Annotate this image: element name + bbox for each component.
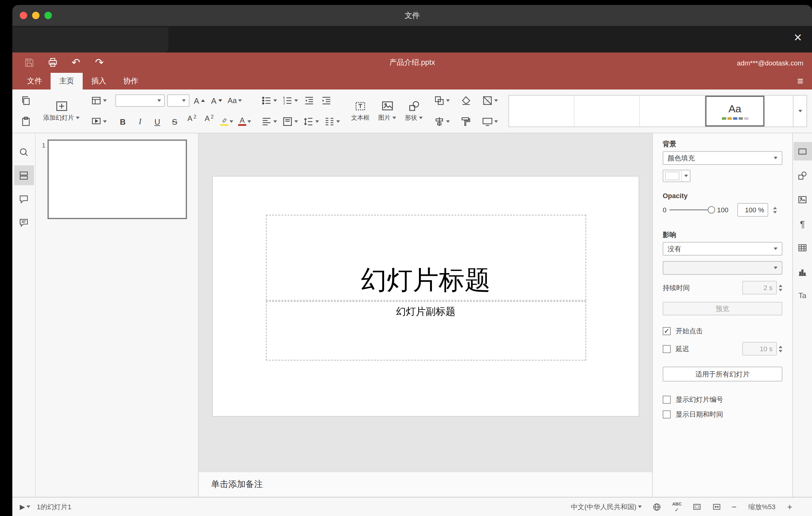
- paragraph-settings-icon[interactable]: ¶: [793, 214, 812, 233]
- text-art-settings-icon[interactable]: Ta: [793, 286, 812, 305]
- background-color-picker[interactable]: [663, 170, 691, 182]
- theme-gallery-expand-button[interactable]: [793, 95, 807, 127]
- increase-font-size-button[interactable]: A: [192, 93, 207, 108]
- paste-icon[interactable]: [19, 114, 33, 129]
- tab-insert[interactable]: 插入: [83, 73, 115, 89]
- slide-settings-icon[interactable]: [793, 142, 812, 161]
- subscript-button[interactable]: A2: [202, 114, 216, 129]
- duration-spinner[interactable]: [779, 284, 782, 291]
- duration-field[interactable]: 2 s: [742, 281, 777, 294]
- show-date-time-checkbox[interactable]: [663, 410, 671, 419]
- check-icon: ✓: [664, 328, 669, 335]
- line-spacing-button[interactable]: [302, 114, 320, 129]
- color-scheme-button[interactable]: [481, 93, 499, 108]
- delay-checkbox-row[interactable]: 延迟: [663, 344, 689, 353]
- clear-style-button[interactable]: [459, 93, 473, 108]
- chevron-down-icon: [238, 99, 241, 102]
- start-slideshow-button[interactable]: [89, 114, 108, 129]
- chart-settings-icon[interactable]: [793, 262, 812, 281]
- search-icon[interactable]: [14, 142, 34, 162]
- insert-image-button[interactable]: 图片: [376, 100, 399, 122]
- copy-icon[interactable]: [19, 93, 33, 108]
- effect-type-dropdown[interactable]: [663, 261, 782, 275]
- slide-thumbnail-selected[interactable]: [48, 140, 187, 219]
- highlight-color-button[interactable]: [219, 114, 234, 129]
- align-objects-button[interactable]: [433, 114, 451, 129]
- zoom-out-icon[interactable]: −: [730, 502, 738, 512]
- show-slide-number-checkbox[interactable]: [663, 396, 671, 404]
- opacity-spinner[interactable]: [774, 206, 777, 213]
- document-language-icon[interactable]: [651, 502, 663, 511]
- color-swatch: [665, 172, 679, 180]
- comments-icon[interactable]: [14, 189, 34, 209]
- decrease-indent-button[interactable]: [302, 93, 317, 108]
- feedback-icon[interactable]: [14, 212, 34, 232]
- slides-panel-icon[interactable]: [14, 165, 34, 185]
- insert-shape-button[interactable]: 形状: [402, 100, 425, 122]
- show-slide-number-row[interactable]: 显示幻灯片编号: [663, 395, 782, 404]
- horizontal-align-button[interactable]: [260, 114, 278, 129]
- opacity-slider[interactable]: [669, 206, 714, 213]
- delay-spinner[interactable]: [779, 345, 782, 352]
- arrange-objects-button[interactable]: [433, 93, 451, 108]
- tab-home[interactable]: 主页: [51, 73, 83, 89]
- notes-area[interactable]: 单击添加备注: [199, 471, 652, 497]
- font-name-combo[interactable]: [115, 94, 165, 107]
- vertical-align-button[interactable]: [281, 114, 299, 129]
- slide-size-button[interactable]: [481, 114, 499, 129]
- main-region: 1 幻灯片标题 幻灯片副标题 单击添加备注: [12, 133, 812, 497]
- bullet-list-button[interactable]: [260, 93, 278, 108]
- columns-button[interactable]: [323, 114, 341, 129]
- insert-textbox-button[interactable]: 文本框: [349, 100, 372, 122]
- theme-option[interactable]: [509, 96, 575, 126]
- language-selector[interactable]: 中文(中华人民共和国): [570, 502, 643, 511]
- redo-icon[interactable]: ↷: [92, 56, 106, 69]
- theme-option[interactable]: [640, 96, 705, 126]
- image-settings-icon[interactable]: [793, 190, 812, 209]
- change-case-button[interactable]: Aa: [227, 93, 243, 108]
- opacity-value-field[interactable]: 100 %: [738, 203, 768, 217]
- fit-slide-icon[interactable]: [691, 502, 702, 511]
- theme-option[interactable]: [764, 96, 793, 126]
- close-icon[interactable]: ×: [788, 28, 807, 47]
- theme-option[interactable]: [575, 96, 640, 126]
- italic-button[interactable]: I: [133, 114, 147, 129]
- save-icon[interactable]: [22, 56, 36, 69]
- start-on-click-row[interactable]: ✓ 开始点击: [663, 326, 782, 336]
- font-size-combo[interactable]: [167, 94, 190, 107]
- fit-width-icon[interactable]: [710, 502, 722, 511]
- superscript-button[interactable]: A2: [184, 114, 199, 129]
- tab-collaboration[interactable]: 协作: [115, 73, 147, 89]
- delay-checkbox[interactable]: [663, 345, 671, 353]
- start-slideshow-status-button[interactable]: ▶: [19, 503, 32, 511]
- title-placeholder[interactable]: 幻灯片标题: [266, 215, 586, 300]
- table-settings-icon[interactable]: [793, 238, 812, 257]
- spellcheck-icon[interactable]: ABC ✓: [671, 501, 683, 512]
- strikethrough-button[interactable]: S: [167, 114, 182, 129]
- font-color-button[interactable]: A: [237, 114, 252, 129]
- hamburger-menu-icon[interactable]: ≡: [788, 73, 812, 89]
- bold-button[interactable]: B: [115, 114, 130, 129]
- effect-dropdown[interactable]: 没有: [663, 242, 782, 256]
- undo-icon[interactable]: ↶: [69, 56, 83, 69]
- copy-style-button[interactable]: [459, 114, 473, 129]
- numbered-list-button[interactable]: [281, 93, 299, 108]
- subtitle-placeholder[interactable]: 幻灯片副标题: [266, 301, 586, 361]
- background-fill-dropdown[interactable]: 颜色填充: [663, 151, 782, 165]
- tab-file[interactable]: 文件: [19, 73, 51, 89]
- decrease-font-size-button[interactable]: A: [209, 93, 224, 108]
- slider-knob[interactable]: [708, 206, 715, 213]
- zoom-in-icon[interactable]: +: [786, 502, 793, 512]
- show-date-time-row[interactable]: 显示日期和时间: [663, 410, 782, 419]
- underline-button[interactable]: U: [150, 114, 165, 129]
- print-icon[interactable]: [46, 56, 59, 69]
- apply-to-all-button[interactable]: 适用于所有幻灯片: [663, 367, 782, 381]
- shape-settings-icon[interactable]: [793, 166, 812, 184]
- start-on-click-checkbox[interactable]: ✓: [663, 327, 671, 335]
- preview-button[interactable]: 预览: [663, 302, 782, 315]
- slide-layout-button[interactable]: [89, 93, 108, 108]
- theme-option-selected[interactable]: Aa: [705, 96, 764, 126]
- increase-indent-button[interactable]: [319, 93, 334, 108]
- delay-field[interactable]: 10 s: [742, 342, 777, 355]
- add-slide-button[interactable]: 添加幻灯片: [41, 92, 82, 130]
